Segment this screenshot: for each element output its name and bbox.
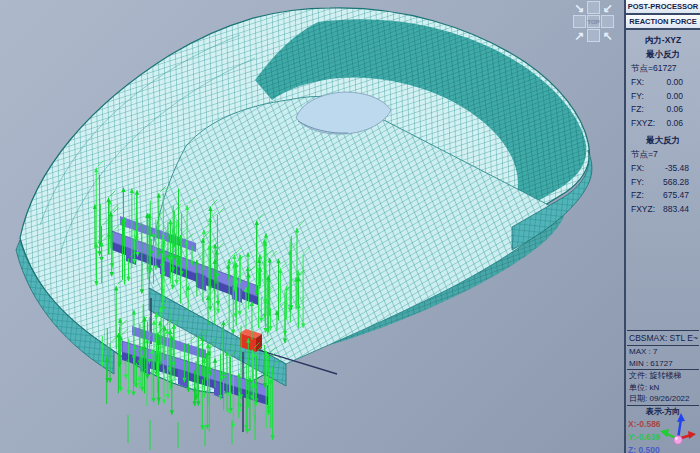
max-fx-value: -35.48 xyxy=(665,163,695,173)
max-node-summary: MAX : 7 xyxy=(626,346,700,358)
min-fz-label: FZ: xyxy=(631,104,644,114)
panel-subtitle: REACTION FORCE xyxy=(626,15,700,30)
model-viewport[interactable] xyxy=(0,0,624,453)
application-window: ↘ ↙ TOP ↗ ↖ POST-PROCESSOR REACTION FORC… xyxy=(0,0,700,453)
min-fx-label: FX: xyxy=(631,77,644,87)
view-pad-cell-right[interactable] xyxy=(601,15,614,28)
min-fy-row: FY:0.00 xyxy=(626,89,700,103)
results-panel: POST-PROCESSOR REACTION FORCE 内力-XYZ 最小反… xyxy=(624,0,700,453)
max-fx-label: FX: xyxy=(631,163,644,173)
force-mode-label: 内力-XYZ xyxy=(626,34,700,48)
min-fz-row: FZ:0.06 xyxy=(626,103,700,117)
model-scene xyxy=(0,0,624,453)
min-fz-value: 0.06 xyxy=(666,104,695,114)
max-fxyz-row: FXYZ:883.44 xyxy=(626,202,700,216)
min-fx-row: FX:0.00 xyxy=(626,76,700,90)
view-arrow-top-right-icon[interactable]: ↙ xyxy=(601,1,614,14)
panel-title: POST-PROCESSOR xyxy=(626,0,700,15)
view-top-button[interactable]: TOP xyxy=(587,15,600,28)
view-pad-cell-up[interactable] xyxy=(587,1,600,14)
file-name-label: 文件: 旋转楼梯 xyxy=(626,370,700,382)
view-arrow-bottom-left-icon[interactable]: ↗ xyxy=(573,29,586,42)
max-fy-label: FY: xyxy=(631,177,644,187)
min-reaction-rows: FX:0.00 FY:0.00 FZ:0.06 FXYZ:0.06 xyxy=(626,76,700,130)
max-fxyz-value: 883.44 xyxy=(663,204,695,214)
cbs-status-label: CBSMAX: STL E~ xyxy=(626,331,700,345)
max-fy-row: FY:568.28 xyxy=(626,175,700,189)
date-label: 日期: 09/26/2022 xyxy=(626,393,700,405)
min-fy-label: FY: xyxy=(631,91,644,101)
view-pad-cell-down[interactable] xyxy=(587,29,600,42)
min-node-summary: MIN : 61727 xyxy=(626,358,700,370)
min-reaction-title: 最小反力 xyxy=(626,49,700,63)
max-node-label: 节点=7 xyxy=(626,148,700,162)
view-arrow-bottom-right-icon[interactable]: ↖ xyxy=(601,29,614,42)
max-fz-value: 675.47 xyxy=(663,190,695,200)
unit-label: 单位: kN xyxy=(626,382,700,394)
min-fxyz-row: FXYZ:0.06 xyxy=(626,116,700,130)
max-reaction-title: 最大反力 xyxy=(626,135,700,149)
max-fxyz-label: FXYZ: xyxy=(631,204,655,214)
view-arrow-top-left-icon[interactable]: ↘ xyxy=(573,1,586,14)
min-node-label: 节点=61727 xyxy=(626,62,700,76)
min-fx-value: 0.00 xyxy=(666,77,695,87)
view-navigation-pad: ↘ ↙ TOP ↗ ↖ xyxy=(573,1,614,42)
min-fxyz-label: FXYZ: xyxy=(631,118,655,128)
min-fxyz-value: 0.06 xyxy=(666,118,695,128)
max-reaction-rows: FX:-35.48 FY:568.28 FZ:675.47 FXYZ:883.4… xyxy=(626,162,700,216)
min-fy-value: 0.00 xyxy=(666,91,695,101)
max-fz-label: FZ: xyxy=(631,190,644,200)
max-fz-row: FZ:675.47 xyxy=(626,189,700,203)
axis-triad-icon xyxy=(657,409,699,453)
max-fy-value: 568.28 xyxy=(663,177,695,187)
view-pad-cell-left[interactable] xyxy=(573,15,586,28)
max-fx-row: FX:-35.48 xyxy=(626,162,700,176)
